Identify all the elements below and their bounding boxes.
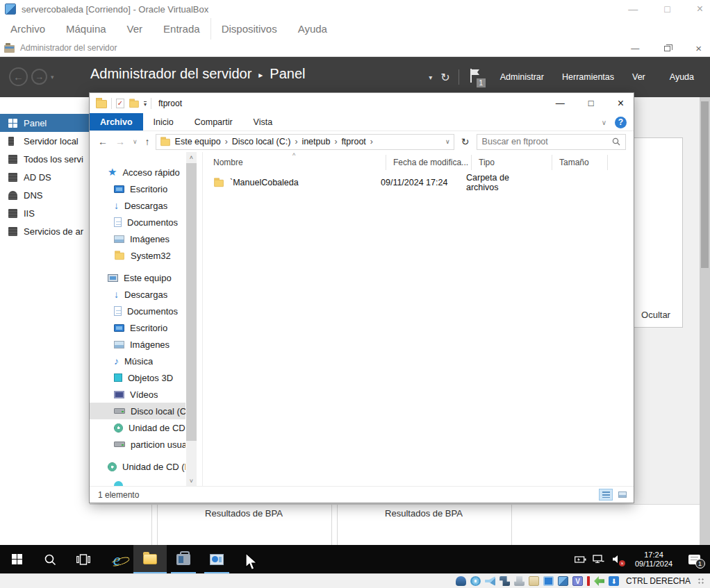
crumb-ftproot[interactable]: ftproot bbox=[341, 137, 365, 146]
sm-minimize-button[interactable]: — bbox=[631, 44, 639, 53]
explorer-close-button[interactable]: × bbox=[618, 97, 624, 110]
taskbar-clock[interactable]: 17:24 09/11/2024 bbox=[629, 551, 679, 569]
notification-center-icon[interactable]: 1 bbox=[685, 553, 703, 565]
search-input[interactable] bbox=[477, 137, 612, 146]
vbox-minimize-button[interactable]: — bbox=[628, 3, 638, 15]
seamless-windows-icon[interactable] bbox=[558, 576, 568, 586]
help-icon[interactable]: ? bbox=[615, 117, 627, 128]
mouse-integration-icon[interactable] bbox=[594, 576, 604, 586]
optical-drive-icon[interactable] bbox=[470, 576, 481, 586]
sm-breadcrumb-current[interactable]: Panel bbox=[270, 66, 305, 82]
forward-icon[interactable]: → bbox=[113, 136, 127, 147]
nav-acceso-rapido[interactable]: ★Acceso rápido bbox=[90, 164, 185, 180]
nav-qa-documentos[interactable]: Documentos bbox=[90, 214, 185, 230]
sm-scope-dropdown-icon[interactable]: ▾ bbox=[429, 74, 432, 81]
crumb-este-equipo[interactable]: Este equipo bbox=[175, 137, 221, 146]
nav-qa-descargas[interactable]: ↓Descargas bbox=[90, 197, 185, 214]
volume-muted-icon[interactable]: × bbox=[611, 553, 622, 565]
nav-pc-escritorio[interactable]: Escritorio bbox=[90, 319, 185, 336]
tab-compartir[interactable]: Compartir bbox=[184, 113, 243, 131]
tab-vista[interactable]: Vista bbox=[243, 113, 283, 131]
thumbnail-view-button[interactable] bbox=[616, 489, 629, 501]
menu-entrada[interactable]: Entrada bbox=[153, 18, 210, 40]
details-view-button[interactable] bbox=[599, 489, 613, 501]
resize-grip[interactable] bbox=[697, 578, 704, 585]
shared-folders-icon[interactable] bbox=[529, 576, 539, 586]
sm-refresh-icon[interactable]: ↻ bbox=[438, 71, 452, 84]
back-icon[interactable]: ← bbox=[96, 136, 110, 147]
sm-menu-herramientas[interactable]: Herramientas bbox=[556, 68, 620, 86]
sm-menu-administrar[interactable]: Administrar bbox=[494, 68, 550, 86]
menu-archivo[interactable]: Archivo bbox=[0, 18, 56, 40]
nav-pc-descargas[interactable]: ↓Descargas bbox=[90, 286, 185, 303]
column-header-tipo[interactable]: Tipo bbox=[472, 155, 552, 170]
sm-scrollbar[interactable] bbox=[700, 97, 710, 545]
qat-new-folder-icon[interactable] bbox=[129, 100, 139, 107]
sm-scrollbar-thumb[interactable] bbox=[701, 101, 709, 268]
vbox-maximize-button[interactable]: □ bbox=[664, 3, 670, 15]
nav-scrollbar[interactable]: ˄ ˅ bbox=[186, 152, 197, 486]
qat-properties-icon[interactable]: ✓ bbox=[116, 99, 124, 108]
nav-qa-system32[interactable]: System32 bbox=[90, 247, 185, 264]
nav-unidad-cd-d[interactable]: Unidad de CD (D:) bbox=[90, 458, 185, 475]
task-view-button[interactable] bbox=[67, 545, 100, 573]
sm-close-button[interactable]: × bbox=[695, 42, 702, 54]
sm-sidebar-servidor-local[interactable]: Servidor local bbox=[0, 132, 90, 150]
vbox-close-button[interactable]: × bbox=[697, 3, 703, 15]
virtualbox-features-icon[interactable]: V bbox=[572, 576, 583, 586]
taskbar-app-button[interactable] bbox=[200, 545, 233, 573]
sm-notifications-flag-icon[interactable]: 1 bbox=[469, 68, 484, 86]
qat-customize-icon[interactable]: ▾ bbox=[144, 101, 147, 107]
hard-disk-icon[interactable] bbox=[456, 576, 466, 586]
sm-nav-dropdown-icon[interactable]: ▾ bbox=[51, 74, 54, 81]
menu-ver[interactable]: Ver bbox=[117, 18, 154, 40]
explorer-maximize-button[interactable]: □ bbox=[588, 98, 594, 108]
sm-sidebar-dns[interactable]: DNS bbox=[0, 186, 90, 204]
menu-dispositivos[interactable]: Dispositivos bbox=[210, 18, 288, 40]
taskbar-ie-button[interactable]: e bbox=[100, 545, 133, 573]
nav-pc-objetos-3d[interactable]: Objetos 3D bbox=[90, 369, 185, 386]
usb-icon[interactable] bbox=[514, 576, 525, 586]
sm-menu-ayuda[interactable]: Ayuda bbox=[663, 68, 700, 86]
nav-este-equipo[interactable]: Este equipo bbox=[90, 269, 185, 286]
nav-qa-escritorio[interactable]: Escritorio bbox=[90, 180, 185, 197]
explorer-minimize-button[interactable]: — bbox=[556, 98, 565, 108]
display-icon[interactable] bbox=[543, 576, 554, 586]
nav-pc-imagenes[interactable]: Imágenes bbox=[90, 336, 185, 353]
scroll-up-icon[interactable]: ˄ bbox=[186, 152, 197, 162]
start-button[interactable] bbox=[0, 545, 33, 573]
nav-scrollbar-thumb[interactable] bbox=[186, 163, 197, 441]
nav-pc-particion-usuario[interactable]: particion usuario bbox=[90, 436, 185, 453]
column-header-nombre[interactable]: Nombre^ bbox=[204, 155, 386, 170]
sm-sidebar-iis[interactable]: IIS bbox=[0, 204, 90, 222]
search-box[interactable] bbox=[477, 134, 626, 150]
tab-archivo[interactable]: Archivo bbox=[90, 113, 143, 131]
file-row-manuelcobaleda[interactable]: `ManuelCobaleda 09/11/2024 17:24 Carpeta… bbox=[204, 174, 629, 191]
nav-pc-musica[interactable]: ♪Música bbox=[90, 353, 185, 369]
sm-breadcrumb-root[interactable]: Administrador del servidor bbox=[90, 66, 251, 82]
keyboard-capture-icon[interactable]: ⬇ bbox=[609, 576, 619, 586]
sm-sidebar-servicios-archivos[interactable]: Servicios de ar bbox=[0, 222, 90, 240]
crumb-inetpub[interactable]: inetpub bbox=[302, 137, 330, 146]
scroll-down-icon[interactable]: ˅ bbox=[186, 476, 197, 486]
sm-sidebar-todos-los-servidores[interactable]: Todos los servi bbox=[0, 150, 90, 168]
recording-indicator-icon[interactable] bbox=[587, 576, 590, 586]
battery-icon[interactable] bbox=[575, 553, 586, 565]
column-header-fecha[interactable]: Fecha de modifica... bbox=[386, 155, 472, 170]
nav-pc-videos[interactable]: Vídeos bbox=[90, 386, 185, 403]
sm-menu-ver[interactable]: Ver bbox=[626, 68, 658, 86]
network-icon[interactable] bbox=[593, 553, 604, 565]
refresh-icon[interactable]: ↻ bbox=[458, 134, 473, 150]
taskbar-search-button[interactable] bbox=[33, 545, 67, 573]
hide-button[interactable]: Ocultar bbox=[634, 310, 678, 320]
sm-back-button[interactable]: ← bbox=[9, 67, 28, 86]
column-header-tamano[interactable]: Tamaño bbox=[552, 155, 608, 170]
sm-forward-button[interactable]: → bbox=[31, 69, 47, 85]
sm-sidebar-panel[interactable]: Panel bbox=[0, 114, 90, 132]
nav-pc-documentos[interactable]: Documentos bbox=[90, 303, 185, 319]
breadcrumb-box[interactable]: Este equipo› Disco local (C:)› inetpub› … bbox=[156, 134, 454, 150]
taskbar-explorer-button[interactable] bbox=[133, 545, 167, 573]
crumb-disco-local[interactable]: Disco local (C:) bbox=[232, 137, 291, 146]
nav-qa-imagenes[interactable]: Imágenes bbox=[90, 230, 185, 247]
nav-pc-unidad-cd[interactable]: Unidad de CD (D: bbox=[90, 419, 185, 436]
